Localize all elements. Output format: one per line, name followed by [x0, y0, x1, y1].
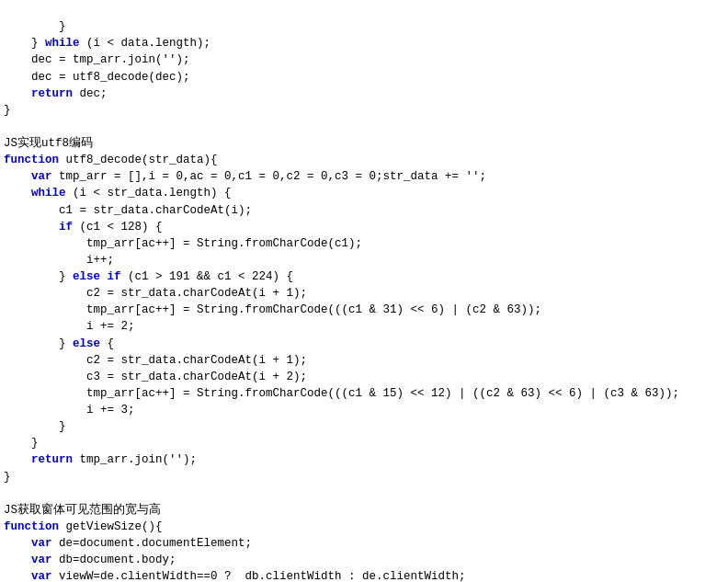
code-line: dec = tmp_arr.join('');: [4, 51, 724, 68]
code-line: } while (i < data.length);: [4, 35, 724, 51]
code-line: c2 = str_data.charCodeAt(i + 1);: [4, 352, 724, 369]
code-line: }: [4, 102, 724, 119]
code-line: tmp_arr[ac++] = String.fromCharCode(c1);: [4, 235, 724, 252]
code-line: } else {: [4, 336, 724, 352]
code-block: } } while (i < data.length); dec = tmp_a…: [0, 0, 728, 582]
code-line: c2 = str_data.charCodeAt(i + 1);: [4, 285, 724, 302]
code-line: }: [4, 469, 724, 485]
code-line: i += 2;: [4, 318, 724, 335]
code-line: var viewW=de.clientWidth==0 ? db.clientW…: [4, 568, 724, 582]
code-line: function getViewSize(){: [4, 519, 724, 535]
code-line: tmp_arr[ac++] = String.fromCharCode(((c1…: [4, 385, 724, 402]
code-line: var de=document.documentElement;: [4, 535, 724, 552]
code-line: }: [4, 435, 724, 451]
code-line: if (c1 < 128) {: [4, 219, 724, 235]
code-line: }: [4, 418, 724, 435]
code-line: c1 = str_data.charCodeAt(i);: [4, 202, 724, 219]
code-line: var tmp_arr = [],i = 0,ac = 0,c1 = 0,c2 …: [4, 168, 724, 185]
code-line: return dec;: [4, 86, 724, 102]
code-line: }: [4, 18, 724, 35]
code-line: JS获取窗体可见范围的宽与高: [4, 502, 724, 519]
code-line: i += 3;: [4, 402, 724, 418]
code-line: while (i < str_data.length) {: [4, 185, 724, 201]
code-line: JS实现utf8编码: [4, 135, 724, 152]
code-line: function utf8_decode(str_data){: [4, 152, 724, 168]
code-line: [4, 119, 724, 135]
code-line: return tmp_arr.join('');: [4, 451, 724, 468]
code-line: c3 = str_data.charCodeAt(i + 2);: [4, 369, 724, 385]
code-line: i++;: [4, 252, 724, 268]
code-line: tmp_arr[ac++] = String.fromCharCode(((c1…: [4, 302, 724, 318]
code-line: dec = utf8_decode(dec);: [4, 69, 724, 86]
code-line: } else if (c1 > 191 && c1 < 224) {: [4, 268, 724, 285]
code-line: [4, 485, 724, 502]
code-line: var db=document.body;: [4, 552, 724, 568]
